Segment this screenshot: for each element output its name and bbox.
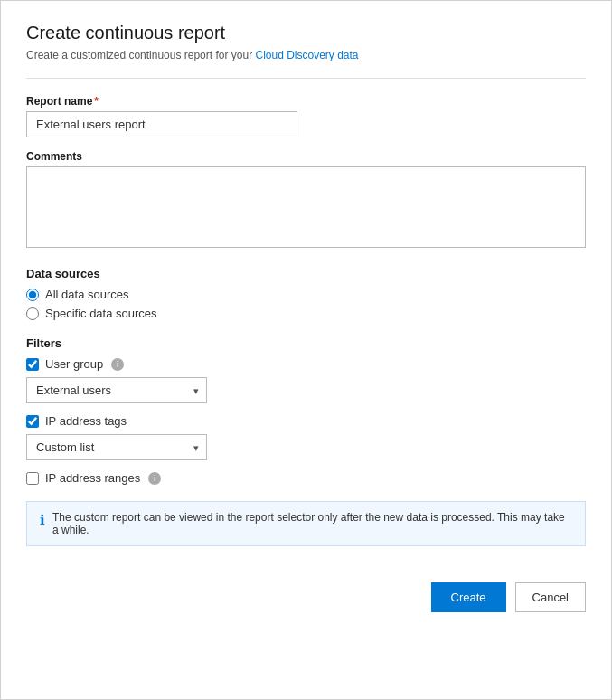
button-row: Create Cancel: [26, 568, 586, 612]
filters-section: Filters User group i External users All …: [26, 336, 586, 485]
ip-tags-checkbox[interactable]: [26, 415, 39, 428]
radio-all-label: All data sources: [45, 288, 129, 301]
comments-input[interactable]: [26, 166, 586, 248]
comments-field: Comments: [26, 150, 586, 251]
radio-all-data-sources[interactable]: All data sources: [26, 288, 586, 301]
info-bar-message: The custom report can be viewed in the r…: [52, 511, 572, 536]
info-bar: ℹ The custom report can be viewed in the…: [26, 501, 586, 546]
dialog-subtitle: Create a customized continuous report fo…: [26, 49, 586, 61]
user-group-select[interactable]: External users All users Internal users: [26, 377, 207, 403]
report-name-field: Report name*: [26, 95, 586, 137]
cancel-button[interactable]: Cancel: [515, 582, 586, 612]
radio-specific-data-sources[interactable]: Specific data sources: [26, 307, 586, 320]
report-name-label: Report name*: [26, 95, 586, 108]
ip-tags-filter-row: IP address tags: [26, 414, 586, 428]
user-group-checkbox[interactable]: [26, 358, 39, 371]
create-report-dialog: Create continuous report Create a custom…: [0, 0, 612, 700]
ip-ranges-info-icon: i: [148, 472, 161, 485]
info-bar-icon: ℹ: [40, 512, 45, 528]
radio-specific-data-sources-input[interactable]: [26, 307, 39, 320]
ip-tags-select-wrapper: Custom list All tags Corporate ▾: [26, 434, 207, 460]
divider: [26, 78, 586, 79]
create-button[interactable]: Create: [431, 582, 506, 612]
cloud-discovery-link[interactable]: Cloud Discovery data: [255, 49, 358, 61]
user-group-info-icon: i: [111, 358, 124, 371]
radio-all-data-sources-input[interactable]: [26, 289, 39, 301]
ip-tags-select[interactable]: Custom list All tags Corporate: [26, 434, 207, 460]
ip-ranges-checkbox[interactable]: [26, 472, 39, 485]
dialog-title: Create continuous report: [26, 23, 586, 43]
ip-tags-label: IP address tags: [45, 414, 127, 428]
radio-specific-label: Specific data sources: [45, 307, 157, 320]
user-group-label: User group: [45, 357, 103, 371]
data-sources-section-title: Data sources: [26, 267, 586, 280]
ip-ranges-label: IP address ranges: [45, 471, 140, 485]
data-sources-radio-group: All data sources Specific data sources: [26, 288, 586, 320]
ip-ranges-filter-row: IP address ranges i: [26, 471, 586, 485]
filters-section-title: Filters: [26, 336, 586, 350]
user-group-filter-row: User group i: [26, 357, 586, 371]
user-group-select-wrapper: External users All users Internal users …: [26, 377, 207, 403]
comments-label: Comments: [26, 150, 586, 163]
report-name-input[interactable]: [26, 111, 297, 137]
